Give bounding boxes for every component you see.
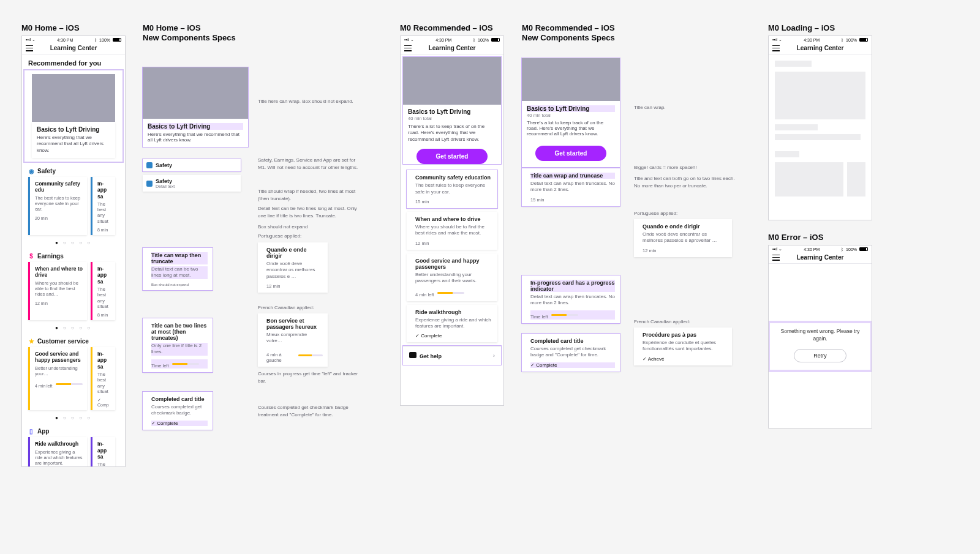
hero-image	[403, 57, 501, 105]
heading-text: M0 Recommended – iOS	[400, 23, 493, 32]
card-meta: Time left	[530, 314, 548, 320]
nav-title: Learning Center	[769, 45, 872, 51]
card-detail: Onde você deve encontrar os melhores pas…	[266, 261, 323, 280]
battery-pct: 100%	[99, 38, 110, 42]
course-card[interactable]: Ride walkthrough Experience giving a rid…	[407, 305, 497, 343]
battery-pct: 100%	[846, 38, 857, 42]
card-meta: 4 min left	[415, 292, 434, 298]
card-meta: 12 min	[643, 248, 727, 253]
card-detail: The best any situat	[97, 372, 111, 395]
course-card-peek[interactable]: In-app sa The best any situat	[91, 437, 115, 467]
course-card-peek[interactable]: In-app sa The best any situat ✓ Comp	[91, 347, 115, 410]
spec-card-done: Completed card title Courses completed g…	[143, 392, 213, 430]
skeleton-line	[775, 134, 861, 140]
card-title: In-progress card has a progress indicato…	[530, 280, 615, 292]
battery-icon	[859, 247, 868, 251]
heading-sub: New Components Specs	[143, 33, 236, 43]
retry-button[interactable]: Retry	[794, 349, 846, 362]
card-detail: Courses completed get checkmark badge.	[151, 404, 208, 417]
get-started-button[interactable]: Get started	[417, 149, 488, 164]
star-icon: ★	[28, 339, 34, 345]
course-card-peek[interactable]: In-app sa The best any situat 8 min	[91, 262, 115, 320]
card-title: In-app sa	[97, 181, 111, 200]
skeleton-line	[775, 124, 818, 130]
card-title: Good service and happy passengers	[35, 351, 83, 363]
dollar-icon: $	[28, 253, 34, 260]
card-detail: Better understanding your passengers and…	[415, 272, 492, 285]
course-card[interactable]: Good service and happy passengers Better…	[407, 253, 497, 301]
pager-dots: ● ○ ○ ○ ○	[22, 238, 125, 247]
card-detail: Only one line if title is 2 lines.	[151, 343, 208, 356]
help-row[interactable]: Get help ›	[403, 346, 501, 365]
course-card[interactable]: When and where to drive Where you should…	[28, 262, 87, 320]
course-card[interactable]: Community safety education The best rule…	[407, 170, 497, 208]
category-label: Earnings	[37, 253, 64, 260]
progress-bar	[172, 363, 199, 365]
course-card-peek[interactable]: In-app sa The best any situat 8 min	[91, 177, 115, 235]
card-title: Ride walkthrough	[415, 309, 492, 315]
card-note: Box should not expand	[151, 283, 208, 286]
spec-chip-safety-detail: Safety Detail text	[143, 175, 241, 192]
card-title: Community safety edu	[35, 181, 83, 193]
hero-subtitle: 40 min total	[408, 116, 496, 121]
skeleton-line	[775, 151, 799, 157]
heading-recommended: M0 Recommended – iOS	[400, 23, 493, 33]
shield-icon: ◉	[28, 168, 34, 174]
heading-loading: M0 Loading – iOS	[768, 23, 835, 33]
progress-bar	[298, 354, 323, 356]
phone-error: ••ıl ⌄ 4:30 PM ᛒ100% Learning Center Som…	[768, 245, 872, 429]
hero-subtitle: Here's everything that we recommend that…	[148, 132, 243, 143]
bt-icon: ᛒ	[473, 38, 475, 42]
battery-icon	[113, 38, 121, 42]
category-label: App	[37, 428, 49, 435]
status-bar: ••ıl ⌄ 4:30 PM ᛒ100%	[22, 36, 125, 42]
spec-pt-label: Portuguese applied:	[634, 210, 735, 217]
signal-icon: ••ıl ⌄	[772, 37, 782, 42]
card-meta: 12 min	[266, 283, 323, 289]
signal-icon: ••ıl ⌄	[26, 37, 36, 42]
card-detail: Experience giving a ride and which featu…	[35, 449, 83, 466]
get-started-button[interactable]: Get started	[535, 146, 606, 161]
card-detail: Courses completed get checkmark badge an…	[530, 346, 615, 359]
spec-note: Title should wrap if needed, two lines a…	[258, 188, 359, 202]
spec-note: Title here can wrap. Box should not expa…	[258, 98, 359, 105]
hero-body: There's a lot to keep track of on the ro…	[408, 124, 496, 143]
card-title: In-app sa	[97, 441, 111, 460]
hero-title: Basics to Lyft Driving	[527, 105, 615, 112]
heading-error: M0 Error – iOS	[768, 233, 823, 242]
hero-title: Basics to Lyft Driving	[148, 123, 243, 130]
spec-note: Title and text can both go on to two lin…	[634, 175, 735, 189]
course-card[interactable]: Ride walkthrough Experience giving a rid…	[28, 437, 87, 467]
heading-home: M0 Home – iOS	[21, 23, 80, 33]
course-card[interactable]: Community safety edu The best rules to k…	[28, 177, 87, 235]
nav-title: Learning Center	[22, 45, 125, 51]
course-card[interactable]: When and where to drive Where you should…	[407, 212, 497, 250]
hero-body: There's a lot to keep track of on the ro…	[527, 120, 615, 137]
heading-home-specs: M0 Home – iOS New Components Specs	[143, 23, 236, 43]
category-label: Safety	[37, 168, 56, 174]
course-card[interactable]: Good service and happy passengers Better…	[28, 347, 87, 410]
spec-fr-label: French Canadian applied:	[258, 304, 359, 312]
spec-card-pt: Quando e onde dirigir Onde você deve enc…	[634, 219, 732, 257]
skeleton-line	[775, 61, 812, 67]
bt-icon: ᛒ	[94, 38, 97, 42]
spec-note: Courses completed get checkmark badge tr…	[258, 404, 359, 418]
spec-card-fr: Procédure pas à pas Expérience de condui…	[634, 328, 732, 365]
card-detail: The best any situat	[97, 462, 111, 467]
card-meta: ✓ Comp	[97, 398, 111, 407]
hero-title: Basics to Lyft Driving	[408, 108, 496, 115]
card-meta: ✓ Complete	[151, 421, 208, 426]
spec-card-rec-wrap: Title can wrap and truncase Detail text …	[522, 168, 620, 206]
card-detail: Experience giving a ride and which featu…	[415, 317, 492, 330]
status-time: 4:30 PM	[804, 247, 820, 252]
skeleton-card	[775, 162, 843, 197]
card-title: Completed card title	[530, 338, 615, 344]
hero-card[interactable]: Basics to Lyft Driving Here's everything…	[24, 70, 123, 162]
spec-card-twoline: Title can be two lines at most (then tru…	[143, 318, 213, 372]
heading-text: M0 Home – iOS	[21, 23, 80, 32]
skeleton-card	[847, 162, 865, 197]
card-title: Completed card title	[151, 396, 208, 402]
battery-icon	[491, 38, 500, 42]
pager-dots: ● ○ ○ ○ ○	[22, 413, 125, 422]
spec-note: Box should not expand	[258, 223, 359, 231]
